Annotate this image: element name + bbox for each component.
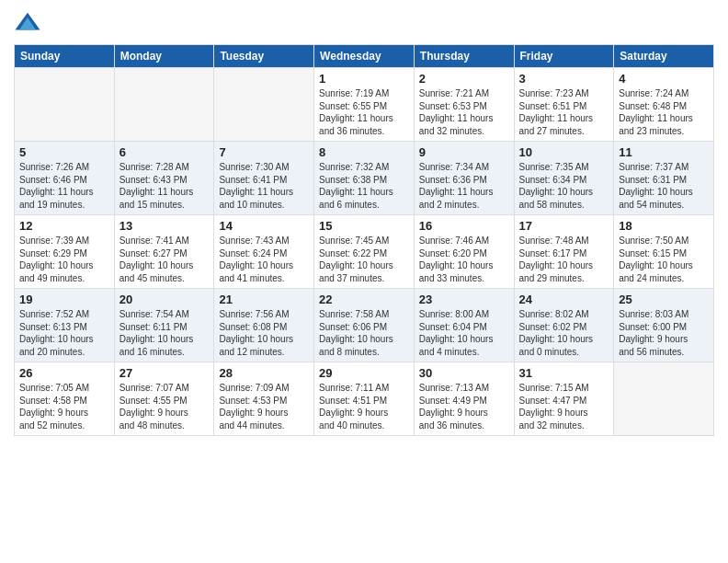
day-info: Sunrise: 7:07 AM Sunset: 4:55 PM Dayligh… [119, 382, 210, 431]
day-info: Sunrise: 7:30 AM Sunset: 6:41 PM Dayligh… [219, 161, 309, 211]
day-number: 30 [419, 366, 509, 380]
calendar-cell: 13Sunrise: 7:41 AM Sunset: 6:27 PM Dayli… [114, 215, 214, 289]
calendar-cell: 30Sunrise: 7:13 AM Sunset: 4:49 PM Dayli… [414, 362, 514, 436]
day-number: 14 [219, 219, 309, 233]
day-number: 25 [619, 293, 709, 306]
day-number: 11 [619, 145, 709, 159]
calendar-cell: 11Sunrise: 7:37 AM Sunset: 6:31 PM Dayli… [614, 142, 714, 215]
calendar-cell: 24Sunrise: 8:02 AM Sunset: 6:02 PM Dayli… [514, 289, 614, 362]
day-info: Sunrise: 7:50 AM Sunset: 6:15 PM Dayligh… [619, 235, 709, 284]
day-number: 9 [419, 145, 509, 159]
day-info: Sunrise: 7:11 AM Sunset: 4:51 PM Dayligh… [319, 382, 409, 431]
day-number: 31 [519, 366, 609, 380]
day-info: Sunrise: 7:34 AM Sunset: 6:36 PM Dayligh… [419, 161, 509, 211]
calendar-cell: 22Sunrise: 7:58 AM Sunset: 6:06 PM Dayli… [314, 289, 415, 362]
day-number: 12 [19, 219, 109, 233]
day-info: Sunrise: 7:32 AM Sunset: 6:38 PM Dayligh… [319, 161, 409, 211]
calendar-cell [114, 68, 214, 142]
calendar-cell: 31Sunrise: 7:15 AM Sunset: 4:47 PM Dayli… [514, 362, 614, 436]
day-info: Sunrise: 7:58 AM Sunset: 6:06 PM Dayligh… [319, 308, 409, 358]
day-info: Sunrise: 7:24 AM Sunset: 6:48 PM Dayligh… [619, 87, 709, 137]
calendar-cell: 12Sunrise: 7:39 AM Sunset: 6:29 PM Dayli… [15, 215, 115, 289]
calendar-cell: 3Sunrise: 7:23 AM Sunset: 6:51 PM Daylig… [514, 68, 614, 142]
day-number: 17 [519, 219, 609, 233]
calendar-header-thursday: Thursday [414, 45, 514, 68]
day-info: Sunrise: 7:54 AM Sunset: 6:11 PM Dayligh… [119, 308, 210, 358]
calendar-header-friday: Friday [514, 45, 614, 68]
calendar-cell: 21Sunrise: 7:56 AM Sunset: 6:08 PM Dayli… [214, 289, 314, 362]
day-info: Sunrise: 7:45 AM Sunset: 6:22 PM Dayligh… [319, 235, 409, 284]
calendar-cell: 2Sunrise: 7:21 AM Sunset: 6:53 PM Daylig… [414, 68, 514, 142]
day-info: Sunrise: 7:05 AM Sunset: 4:58 PM Dayligh… [19, 382, 109, 431]
day-number: 21 [219, 293, 309, 306]
day-number: 20 [119, 293, 210, 306]
day-info: Sunrise: 7:52 AM Sunset: 6:13 PM Dayligh… [19, 308, 109, 358]
calendar-week-2: 5Sunrise: 7:26 AM Sunset: 6:46 PM Daylig… [15, 142, 714, 215]
day-number: 26 [19, 366, 109, 380]
calendar-cell: 27Sunrise: 7:07 AM Sunset: 4:55 PM Dayli… [114, 362, 214, 436]
day-info: Sunrise: 7:37 AM Sunset: 6:31 PM Dayligh… [619, 161, 709, 211]
day-number: 24 [519, 293, 609, 306]
calendar-table: SundayMondayTuesdayWednesdayThursdayFrid… [14, 44, 714, 436]
calendar-cell: 18Sunrise: 7:50 AM Sunset: 6:15 PM Dayli… [614, 215, 714, 289]
calendar-cell: 17Sunrise: 7:48 AM Sunset: 6:17 PM Dayli… [514, 215, 614, 289]
day-info: Sunrise: 7:43 AM Sunset: 6:24 PM Dayligh… [219, 235, 309, 284]
day-info: Sunrise: 7:26 AM Sunset: 6:46 PM Dayligh… [19, 161, 109, 211]
day-number: 19 [19, 293, 109, 306]
day-number: 15 [319, 219, 409, 233]
calendar-cell: 9Sunrise: 7:34 AM Sunset: 6:36 PM Daylig… [414, 142, 514, 215]
calendar-header-row: SundayMondayTuesdayWednesdayThursdayFrid… [15, 45, 714, 68]
page-container: SundayMondayTuesdayWednesdayThursdayFrid… [0, 0, 728, 563]
calendar-cell: 4Sunrise: 7:24 AM Sunset: 6:48 PM Daylig… [614, 68, 714, 142]
logo [14, 9, 45, 37]
calendar-cell: 5Sunrise: 7:26 AM Sunset: 6:46 PM Daylig… [15, 142, 115, 215]
day-number: 1 [319, 72, 409, 86]
calendar-week-5: 26Sunrise: 7:05 AM Sunset: 4:58 PM Dayli… [15, 362, 714, 436]
day-number: 10 [519, 145, 609, 159]
day-number: 23 [419, 293, 509, 306]
day-info: Sunrise: 7:19 AM Sunset: 6:55 PM Dayligh… [319, 87, 409, 137]
day-number: 6 [119, 145, 210, 159]
calendar-cell: 6Sunrise: 7:28 AM Sunset: 6:43 PM Daylig… [114, 142, 214, 215]
calendar-cell: 25Sunrise: 8:03 AM Sunset: 6:00 PM Dayli… [614, 289, 714, 362]
day-info: Sunrise: 8:02 AM Sunset: 6:02 PM Dayligh… [519, 308, 609, 358]
calendar-cell: 26Sunrise: 7:05 AM Sunset: 4:58 PM Dayli… [15, 362, 115, 436]
day-info: Sunrise: 8:00 AM Sunset: 6:04 PM Dayligh… [419, 308, 509, 358]
calendar-week-1: 1Sunrise: 7:19 AM Sunset: 6:55 PM Daylig… [15, 68, 714, 142]
day-info: Sunrise: 7:13 AM Sunset: 4:49 PM Dayligh… [419, 382, 509, 431]
day-number: 18 [619, 219, 709, 233]
calendar-cell: 29Sunrise: 7:11 AM Sunset: 4:51 PM Dayli… [314, 362, 415, 436]
calendar-header-monday: Monday [114, 45, 214, 68]
calendar-cell: 19Sunrise: 7:52 AM Sunset: 6:13 PM Dayli… [15, 289, 115, 362]
calendar-header-saturday: Saturday [614, 45, 714, 68]
calendar-cell: 7Sunrise: 7:30 AM Sunset: 6:41 PM Daylig… [214, 142, 314, 215]
day-info: Sunrise: 7:15 AM Sunset: 4:47 PM Dayligh… [519, 382, 609, 431]
day-number: 22 [319, 293, 409, 306]
calendar-cell: 20Sunrise: 7:54 AM Sunset: 6:11 PM Dayli… [114, 289, 214, 362]
day-number: 7 [219, 145, 309, 159]
logo-icon [14, 9, 41, 37]
calendar-cell: 15Sunrise: 7:45 AM Sunset: 6:22 PM Dayli… [314, 215, 415, 289]
day-info: Sunrise: 7:46 AM Sunset: 6:20 PM Dayligh… [419, 235, 509, 284]
calendar-cell [214, 68, 314, 142]
header [14, 9, 714, 37]
day-number: 13 [119, 219, 210, 233]
calendar-cell: 16Sunrise: 7:46 AM Sunset: 6:20 PM Dayli… [414, 215, 514, 289]
calendar-cell: 23Sunrise: 8:00 AM Sunset: 6:04 PM Dayli… [414, 289, 514, 362]
day-number: 2 [419, 72, 509, 86]
calendar-cell [15, 68, 115, 142]
calendar-cell: 28Sunrise: 7:09 AM Sunset: 4:53 PM Dayli… [214, 362, 314, 436]
calendar-week-4: 19Sunrise: 7:52 AM Sunset: 6:13 PM Dayli… [15, 289, 714, 362]
day-info: Sunrise: 7:35 AM Sunset: 6:34 PM Dayligh… [519, 161, 609, 211]
day-number: 8 [319, 145, 409, 159]
day-number: 28 [219, 366, 309, 380]
calendar-header-sunday: Sunday [15, 45, 115, 68]
calendar-week-3: 12Sunrise: 7:39 AM Sunset: 6:29 PM Dayli… [15, 215, 714, 289]
day-info: Sunrise: 7:48 AM Sunset: 6:17 PM Dayligh… [519, 235, 609, 284]
day-number: 16 [419, 219, 509, 233]
calendar-header-tuesday: Tuesday [214, 45, 314, 68]
day-info: Sunrise: 7:39 AM Sunset: 6:29 PM Dayligh… [19, 235, 109, 284]
day-number: 4 [619, 72, 709, 86]
day-number: 5 [19, 145, 109, 159]
day-number: 27 [119, 366, 210, 380]
